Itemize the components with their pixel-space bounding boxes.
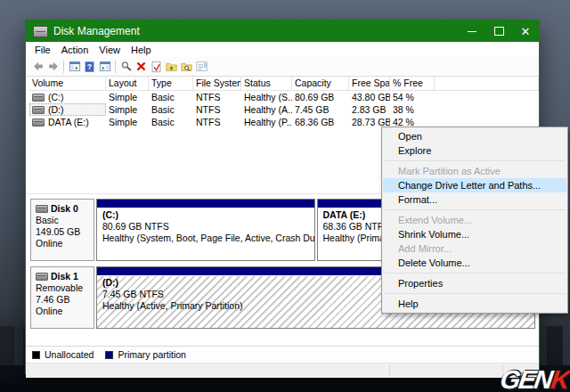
context-menu-item-explore[interactable]: Explore bbox=[383, 143, 566, 158]
folder-up-icon[interactable] bbox=[164, 60, 179, 74]
statusbar-divider bbox=[389, 365, 390, 376]
volume-cell-capacity: 7.45 GB bbox=[292, 103, 349, 116]
column-header-volume[interactable]: Volume bbox=[29, 77, 106, 90]
partition-size-fs: 80.69 GB NTFS bbox=[102, 221, 314, 233]
context-menu-item-change-drive-letter-and-paths[interactable]: Change Drive Letter and Paths... bbox=[383, 178, 566, 192]
disk-name: Disk 0 bbox=[51, 203, 78, 215]
volume-cell-fs: NTFS bbox=[193, 116, 241, 128]
disk-kind: Removable bbox=[36, 282, 94, 294]
column-header-free[interactable]: % Free bbox=[390, 77, 435, 90]
title-bar[interactable]: Disk Management ✕ bbox=[26, 20, 539, 42]
volume-cell-capacity: 68.36 GB bbox=[292, 116, 349, 128]
column-header-type[interactable]: Type bbox=[149, 77, 193, 90]
disk-label-panel[interactable]: Disk 0Basic149.05 GBOnline bbox=[30, 199, 94, 261]
volume-cell-fs: NTFS bbox=[193, 91, 241, 103]
partition-color-band bbox=[97, 200, 314, 208]
menubar-item-help[interactable]: Help bbox=[126, 45, 157, 55]
partition-block[interactable]: (C:)80.69 GB NTFSHealthy (System, Boot, … bbox=[96, 199, 315, 261]
volume-cell-type: Basic bbox=[149, 116, 193, 128]
volume-cell-free: 2.83 GB bbox=[349, 103, 390, 116]
genk-text-red: K bbox=[550, 365, 570, 392]
column-header-file-system[interactable]: File System bbox=[193, 77, 241, 90]
svg-text:?: ? bbox=[87, 62, 92, 71]
disk-status: Online bbox=[36, 306, 94, 317]
volume-cell-layout: Simple bbox=[106, 91, 149, 103]
volume-cell-status: Healthy (P... bbox=[241, 116, 292, 128]
legend-swatch bbox=[32, 351, 40, 359]
volume-name: (C:) bbox=[48, 91, 64, 103]
toolbar-separator bbox=[115, 61, 116, 73]
context-menu-item-format[interactable]: Format... bbox=[383, 192, 566, 207]
volume-cell-name: (D:) bbox=[29, 103, 106, 116]
folder-find-icon[interactable] bbox=[179, 60, 194, 74]
forward-icon[interactable] bbox=[45, 60, 61, 74]
disk-drive-icon bbox=[36, 205, 48, 213]
volume-cell-capacity: 80.69 GB bbox=[292, 91, 349, 103]
column-header-layout[interactable]: Layout bbox=[106, 77, 149, 90]
volume-row[interactable]: (D:)SimpleBasicNTFSHealthy (A...7.45 GB2… bbox=[29, 103, 539, 116]
help-icon[interactable]: ? bbox=[82, 60, 97, 74]
volume-drive-icon bbox=[32, 106, 45, 114]
column-header-status[interactable]: Status bbox=[241, 77, 292, 90]
volume-row[interactable]: (C:)SimpleBasicNTFSHealthy (S...80.69 GB… bbox=[29, 91, 539, 103]
genk-watermark: GENK bbox=[499, 367, 570, 392]
legend-label: Unallocated bbox=[45, 349, 94, 360]
legend-bar: UnallocatedPrimary partition bbox=[26, 346, 539, 363]
volume-name: DATA (E:) bbox=[48, 116, 89, 128]
status-bar bbox=[26, 363, 539, 378]
maximize-button[interactable] bbox=[485, 20, 512, 42]
disk-size: 149.05 GB bbox=[36, 226, 94, 238]
disk-label-panel[interactable]: Disk 1Removable7.46 GBOnline bbox=[30, 266, 94, 329]
volume-drive-icon bbox=[32, 94, 45, 102]
delete-icon[interactable] bbox=[134, 60, 149, 74]
column-header-filler bbox=[435, 77, 539, 90]
disk-drive-icon bbox=[36, 273, 48, 281]
volume-cell-name: (C:) bbox=[29, 91, 106, 103]
context-menu-item-shrink-volume[interactable]: Shrink Volume... bbox=[383, 227, 566, 241]
genk-text-white: GEN bbox=[499, 365, 553, 392]
check-doc-icon[interactable] bbox=[149, 60, 164, 74]
back-icon[interactable] bbox=[30, 60, 45, 74]
menubar-item-action[interactable]: Action bbox=[56, 45, 94, 55]
close-button[interactable]: ✕ bbox=[512, 20, 539, 42]
column-header-capacity[interactable]: Capacity bbox=[292, 77, 349, 90]
context-menu-item-help[interactable]: Help bbox=[383, 297, 566, 311]
partition-label: (C:) bbox=[102, 209, 314, 221]
context-menu-item-add-mirror: Add Mirror... bbox=[383, 241, 566, 256]
context-menu-item-properties[interactable]: Properties bbox=[383, 276, 566, 290]
toolbar-separator bbox=[63, 61, 64, 73]
disk-status: Online bbox=[36, 238, 94, 249]
disk-size: 7.46 GB bbox=[36, 294, 94, 306]
disk-kind: Basic bbox=[36, 215, 94, 226]
menubar-item-view[interactable]: View bbox=[94, 45, 126, 55]
context-menu-item-delete-volume[interactable]: Delete Volume... bbox=[383, 256, 566, 270]
context-menu: OpenExploreMark Partition as ActiveChang… bbox=[381, 127, 568, 314]
legend-swatch bbox=[105, 351, 113, 359]
volume-cell-pct: 38 % bbox=[390, 103, 435, 116]
window-title: Disk Management bbox=[53, 25, 459, 37]
console-tree-icon[interactable] bbox=[67, 60, 82, 74]
column-header-free-spa[interactable]: Free Spa... bbox=[349, 77, 390, 90]
volume-cell-name: DATA (E:) bbox=[29, 116, 106, 128]
volume-cell-status: Healthy (A... bbox=[241, 103, 292, 116]
volume-cell-pct: 54 % bbox=[390, 91, 435, 103]
magnify-icon[interactable] bbox=[118, 60, 134, 74]
volume-name: (D:) bbox=[48, 103, 64, 116]
menubar-item-file[interactable]: File bbox=[29, 45, 56, 55]
minimize-button[interactable] bbox=[459, 20, 485, 42]
context-menu-separator bbox=[384, 273, 566, 274]
context-menu-separator bbox=[384, 160, 566, 161]
partition-info: (C:)80.69 GB NTFSHealthy (System, Boot, … bbox=[97, 208, 314, 260]
volume-cell-layout: Simple bbox=[106, 116, 149, 128]
volume-drive-icon bbox=[32, 118, 45, 127]
partition-status: Healthy (System, Boot, Page File, Active… bbox=[102, 233, 314, 244]
context-menu-separator bbox=[384, 293, 566, 294]
legend-item: Primary partition bbox=[105, 349, 185, 360]
disk-name: Disk 1 bbox=[51, 271, 78, 282]
action-pane-icon[interactable] bbox=[97, 60, 112, 74]
context-menu-item-open[interactable]: Open bbox=[383, 129, 566, 143]
app-drive-icon bbox=[33, 26, 48, 37]
context-menu-separator bbox=[384, 209, 566, 210]
toolbar: ? bbox=[26, 57, 539, 77]
properties-icon[interactable] bbox=[194, 60, 209, 74]
